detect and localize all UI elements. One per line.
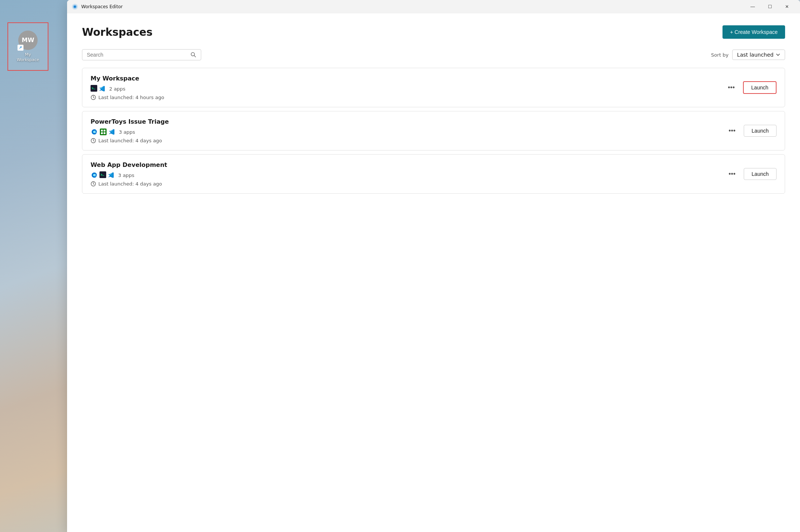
- page-header: Workspaces + Create Workspace: [82, 25, 785, 39]
- terminal-app-icon-2: [99, 171, 106, 178]
- svg-rect-12: [104, 132, 105, 134]
- more-options-button[interactable]: •••: [726, 126, 738, 136]
- workspace-apps-row: 3 apps: [91, 171, 726, 179]
- apps-count: 3 apps: [119, 129, 135, 135]
- terminal-app-icon: [91, 85, 97, 92]
- vscode-app-icon-2: [108, 128, 116, 136]
- vscode-app-icon: [99, 85, 106, 92]
- sort-dropdown[interactable]: Last launched: [732, 50, 785, 60]
- desktop-icon-label: MyWorkspace: [17, 52, 39, 63]
- close-button[interactable]: ✕: [778, 1, 796, 13]
- workspace-info: My Workspace: [91, 75, 725, 100]
- sort-value: Last launched: [737, 52, 774, 58]
- clock-icon: [91, 95, 96, 100]
- more-options-button[interactable]: •••: [725, 82, 737, 93]
- vscode-app-icon-3: [108, 171, 115, 179]
- svg-rect-9: [101, 130, 103, 132]
- page-title: Workspaces: [82, 26, 152, 38]
- search-input[interactable]: [87, 52, 187, 58]
- workspace-apps-row: 2 apps: [91, 85, 725, 92]
- workspace-actions: ••• Launch: [725, 81, 777, 94]
- maximize-button[interactable]: ☐: [761, 1, 778, 13]
- workspace-launched: Last launched: 4 days ago: [91, 181, 726, 187]
- workspace-actions: ••• Launch: [726, 125, 777, 137]
- desktop-icon-initials: MW: [22, 37, 34, 44]
- clock-icon: [91, 138, 96, 143]
- workspace-name: PowerToys Issue Triage: [91, 118, 726, 125]
- matrix-app-icon: [99, 128, 107, 136]
- svg-rect-5: [91, 86, 97, 91]
- app-icon: [72, 3, 78, 10]
- svg-rect-8: [100, 129, 107, 135]
- workspace-info: PowerToys Issue Triage: [91, 118, 726, 143]
- launch-button-webappdev[interactable]: Launch: [744, 168, 777, 180]
- workspace-card-my-workspace: My Workspace: [82, 68, 785, 107]
- app-icons: [91, 128, 116, 136]
- edge-app-icon: [91, 128, 98, 136]
- svg-rect-14: [100, 172, 105, 177]
- app-icons: [91, 85, 106, 92]
- create-workspace-label: + Create Workspace: [730, 29, 778, 35]
- svg-rect-11: [101, 132, 103, 134]
- toolbar-row: Sort by Last launched: [82, 49, 785, 60]
- workspace-launched: Last launched: 4 hours ago: [91, 95, 725, 100]
- minimize-button[interactable]: —: [744, 1, 761, 13]
- svg-rect-10: [104, 130, 105, 132]
- search-icon: [190, 52, 196, 58]
- shortcut-arrow-icon: ↗: [18, 45, 23, 51]
- last-launched-text: Last launched: 4 days ago: [98, 181, 162, 187]
- workspace-actions: ••• Launch: [726, 168, 777, 180]
- svg-line-4: [194, 56, 196, 57]
- launch-button-my-workspace[interactable]: Launch: [743, 81, 777, 94]
- workspace-card-powertoys: PowerToys Issue Triage: [82, 111, 785, 151]
- workspace-info: Web App Development: [91, 161, 726, 187]
- sort-label: Sort by: [711, 52, 728, 58]
- workspace-list: My Workspace: [82, 68, 785, 197]
- create-workspace-button[interactable]: + Create Workspace: [722, 25, 785, 39]
- desktop-icon-my-workspace[interactable]: MW ↗ MyWorkspace: [7, 22, 48, 71]
- desktop-icon-avatar: MW ↗: [18, 31, 38, 50]
- more-options-button[interactable]: •••: [726, 169, 738, 180]
- titlebar-title: Workspaces Editor: [81, 4, 741, 9]
- workspace-name: My Workspace: [91, 75, 725, 82]
- workspace-card-webappdev: Web App Development: [82, 154, 785, 194]
- titlebar: Workspaces Editor — ☐ ✕: [67, 0, 800, 13]
- clock-icon: [91, 181, 96, 187]
- last-launched-text: Last launched: 4 hours ago: [98, 95, 164, 100]
- chevron-down-icon: [776, 53, 780, 57]
- main-content: Workspaces + Create Workspace Sort by La…: [67, 13, 800, 532]
- svg-point-2: [74, 6, 76, 8]
- app-icons: [91, 171, 115, 179]
- search-box: [82, 49, 201, 60]
- apps-count: 2 apps: [109, 86, 126, 92]
- launch-button-powertoys[interactable]: Launch: [744, 125, 777, 137]
- last-launched-text: Last launched: 4 days ago: [98, 138, 162, 143]
- workspace-apps-row: 3 apps: [91, 128, 726, 136]
- apps-count: 3 apps: [118, 172, 135, 178]
- edge-app-icon-2: [91, 171, 98, 179]
- window-controls: — ☐ ✕: [744, 1, 796, 13]
- sort-controls: Sort by Last launched: [711, 50, 785, 60]
- workspace-launched: Last launched: 4 days ago: [91, 138, 726, 143]
- workspace-name: Web App Development: [91, 161, 726, 168]
- workspaces-editor-window: Workspaces Editor — ☐ ✕ Workspaces + Cre…: [67, 0, 800, 532]
